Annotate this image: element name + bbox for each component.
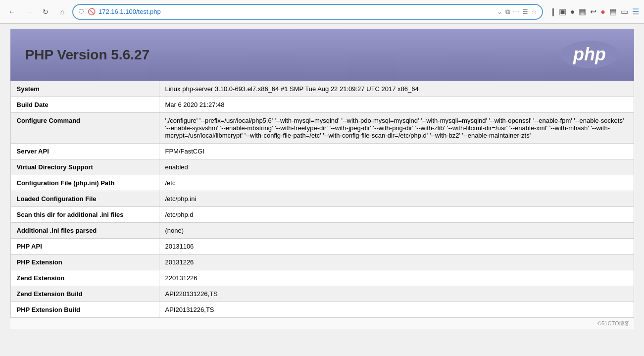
dropdown-icon[interactable]: ⌄	[497, 8, 502, 15]
table-row: Zend Extension220131226	[10, 270, 634, 286]
home-button[interactable]: ⌂	[55, 5, 69, 19]
grid-icon[interactable]: ⧉	[505, 8, 510, 16]
table-cell-label: PHP Extension	[10, 254, 159, 270]
table-row: SystemLinux php-server 3.10.0-693.el7.x8…	[10, 81, 634, 97]
table-cell-label: Virtual Directory Support	[10, 159, 159, 175]
php-logo: php	[560, 39, 619, 71]
address-bar[interactable]: 🛡 🚫 ⌄ ⧉ ⋯ ☰ ☆	[72, 4, 543, 20]
table-cell-value: /etc	[159, 175, 634, 191]
table-cell-value: /etc/php.ini	[159, 191, 634, 207]
table-row: Loaded Configuration File/etc/php.ini	[10, 191, 634, 207]
table-cell-value: './configure' '--prefix=/usr/local/php5.…	[159, 113, 634, 144]
table-row: Scan this dir for additional .ini files/…	[10, 207, 634, 223]
table-row: PHP API20131106	[10, 239, 634, 254]
tracker-icon: 🚫	[88, 8, 96, 15]
table-cell-label: Build Date	[10, 97, 159, 113]
table-cell-value: FPM/FastCGI	[159, 144, 634, 159]
table-row: Server APIFPM/FastCGI	[10, 144, 634, 159]
table-row: Build DateMar 6 2020 21:27:48	[10, 97, 634, 113]
shield-icon: 🛡	[78, 8, 85, 15]
table-cell-label: Zend Extension	[10, 270, 159, 286]
table-cell-value: 20131106	[159, 239, 634, 254]
table-cell-label: PHP Extension Build	[10, 302, 159, 318]
table-cell-label: Scan this dir for additional .ini files	[10, 207, 159, 223]
table-cell-value: 220131226	[159, 270, 634, 286]
table-row: Zend Extension BuildAPI220131226,TS	[10, 286, 634, 302]
table-row: PHP Extension20131226	[10, 254, 634, 270]
library-icon[interactable]: ‖	[551, 7, 555, 16]
extensions-icon[interactable]: ▭	[621, 7, 628, 16]
browser-toolbar: ‖ ▣ ● ▦ ↩ ● ▤ ▭ ☰	[551, 7, 639, 16]
table-cell-value: API220131226,TS	[159, 286, 634, 302]
url-input[interactable]	[99, 8, 494, 15]
table-cell-value: /etc/php.d	[159, 207, 634, 223]
more-icon[interactable]: ⋯	[513, 8, 519, 15]
table-row: Additional .ini files parsed(none)	[10, 223, 634, 239]
address-bar-icons: ⌄ ⧉ ⋯ ☰ ☆	[497, 8, 537, 16]
table-cell-label: Configuration File (php.ini) Path	[10, 175, 159, 191]
reading-icon[interactable]: ▤	[609, 7, 617, 16]
table-row: Virtual Directory Supportenabled	[10, 159, 634, 175]
info-table: SystemLinux php-server 3.10.0-693.el7.x8…	[10, 81, 634, 318]
browser-chrome: ← → ↻ ⌂ 🛡 🚫 ⌄ ⧉ ⋯ ☰ ☆ ‖ ▣ ● ▦ ↩ ● ▤ ▭ ☰	[0, 0, 644, 24]
table-row: Configure Command'./configure' '--prefix…	[10, 113, 634, 144]
reader-icon[interactable]: ☰	[522, 8, 528, 15]
table-cell-label: Server API	[10, 144, 159, 159]
php-version-title: PHP Version 5.6.27	[25, 47, 150, 63]
back-button[interactable]: ←	[5, 5, 19, 19]
table-cell-value: Linux php-server 3.10.0-693.el7.x86_64 #…	[159, 81, 634, 97]
table-cell-label: Configure Command	[10, 113, 159, 144]
table-cell-label: Additional .ini files parsed	[10, 223, 159, 239]
menu-icon[interactable]: ☰	[632, 7, 639, 16]
forward-button[interactable]: →	[22, 5, 36, 19]
table-cell-value: Mar 6 2020 21:27:48	[159, 97, 634, 113]
firefox-icon[interactable]: ●	[600, 7, 605, 16]
page-content: PHP Version 5.6.27 php SystemLinux php-s…	[10, 29, 634, 329]
table-cell-label: System	[10, 81, 159, 97]
bookmark-icon[interactable]: ☆	[531, 8, 537, 15]
undo-icon[interactable]: ↩	[590, 7, 596, 16]
profile-icon[interactable]: ●	[570, 7, 575, 16]
table-cell-value: (none)	[159, 223, 634, 239]
table-row: PHP Extension BuildAPI20131226,TS	[10, 302, 634, 318]
screenshot-icon[interactable]: ▦	[579, 7, 586, 16]
svg-text:php: php	[573, 44, 606, 64]
reload-button[interactable]: ↻	[39, 5, 52, 19]
table-cell-label: PHP API	[10, 239, 159, 254]
table-cell-label: Loaded Configuration File	[10, 191, 159, 207]
table-cell-label: Zend Extension Build	[10, 286, 159, 302]
table-cell-value: enabled	[159, 159, 634, 175]
php-header: PHP Version 5.6.27 php	[10, 29, 634, 81]
table-row: Configuration File (php.ini) Path/etc	[10, 175, 634, 191]
table-cell-value: API20131226,TS	[159, 302, 634, 318]
table-cell-value: 20131226	[159, 254, 634, 270]
tab-icon[interactable]: ▣	[559, 7, 566, 16]
watermark: ©51CTO博客	[10, 318, 634, 329]
